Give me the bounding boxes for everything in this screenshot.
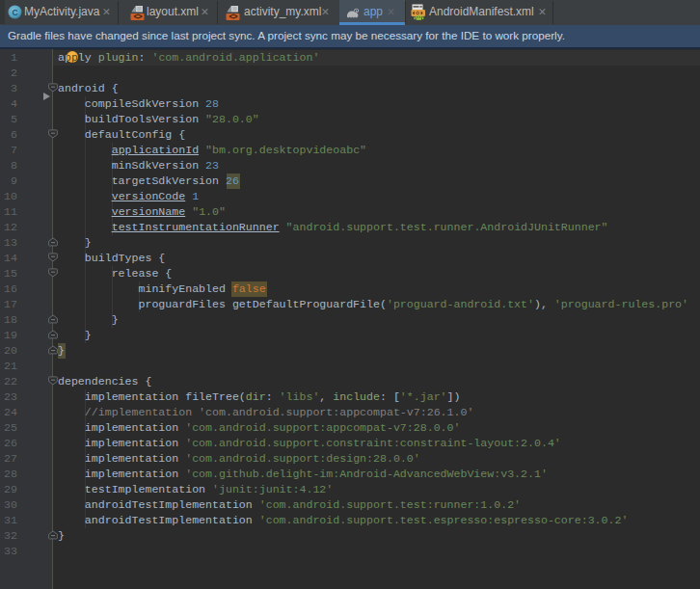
svg-text:C: C [12,7,17,16]
svg-text:<>: <> [133,13,142,20]
svg-text:<>: <> [229,13,237,20]
